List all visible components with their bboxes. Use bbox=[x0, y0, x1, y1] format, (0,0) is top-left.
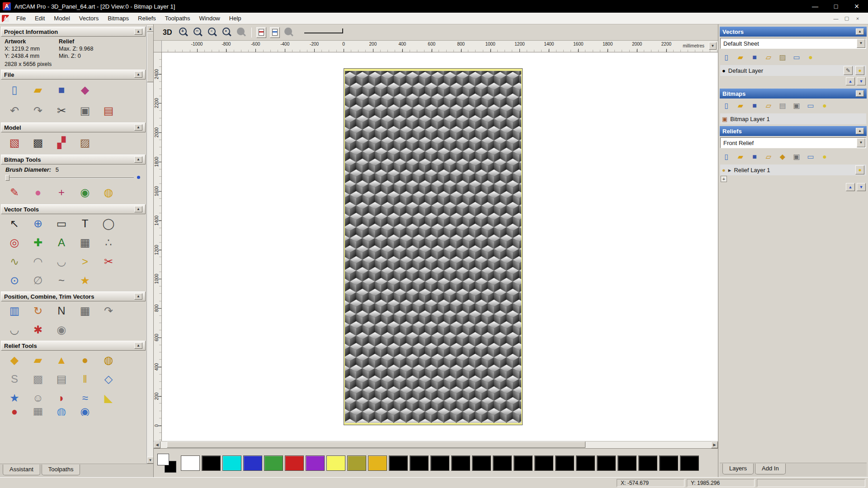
3d-view-button[interactable]: 3D bbox=[160, 28, 175, 38]
maximize-button[interactable]: □ bbox=[827, 1, 844, 11]
menu-window[interactable]: Window bbox=[195, 13, 225, 23]
swirl-relief-icon[interactable]: ◉ bbox=[76, 408, 94, 416]
create-text-icon[interactable]: T bbox=[76, 216, 94, 232]
palette-swatch[interactable] bbox=[472, 455, 491, 471]
sculpt-relief-icon[interactable]: ◆ bbox=[5, 352, 24, 368]
transform-vectors-icon[interactable]: ⊕ bbox=[29, 216, 47, 232]
toggle-all-bitmaps-icon[interactable]: ● bbox=[818, 100, 831, 112]
zoom-in-icon[interactable]: + bbox=[178, 27, 189, 38]
weave-wizard-icon[interactable]: ▩ bbox=[29, 371, 47, 387]
delete-relief-layer-icon[interactable]: ▭ bbox=[804, 151, 817, 163]
flood-fill-icon[interactable]: ◍ bbox=[99, 184, 118, 201]
texture-relief-icon[interactable]: ◍ bbox=[99, 352, 118, 368]
zoom-out-icon[interactable]: − bbox=[193, 27, 203, 38]
save-relief-layer-icon[interactable]: ■ bbox=[748, 151, 761, 163]
create-curve-icon[interactable]: ◡ bbox=[52, 253, 71, 270]
primary-color-swatch[interactable] bbox=[157, 454, 169, 465]
new-bitmap-layer-icon[interactable]: ▯ bbox=[720, 100, 733, 112]
dome-relief-icon[interactable]: ◍ bbox=[52, 408, 71, 416]
collapse-section-icon[interactable]: ▲ bbox=[856, 28, 864, 35]
import-model-icon[interactable]: ◆ bbox=[76, 82, 94, 98]
palette-icon[interactable]: ◉ bbox=[76, 184, 94, 201]
section-header-model[interactable]: Model ▲ bbox=[1, 122, 146, 132]
save-model-icon[interactable]: ■ bbox=[52, 82, 71, 98]
menu-reliefs[interactable]: Reliefs bbox=[133, 13, 160, 23]
paste-along-curve-icon[interactable]: ▦ bbox=[76, 235, 94, 251]
palette-swatch[interactable] bbox=[389, 455, 408, 471]
fit-curve-icon[interactable]: ~ bbox=[52, 272, 71, 289]
dropdown-arrow-icon[interactable]: ▼ bbox=[857, 138, 865, 147]
free-polyline-icon[interactable]: > bbox=[76, 253, 94, 270]
new-vector-layer-icon[interactable]: ▯ bbox=[720, 52, 733, 63]
cut-icon[interactable]: ✂ bbox=[52, 103, 71, 119]
line-width-preview[interactable] bbox=[304, 28, 348, 38]
create-dot-pattern-icon[interactable]: ∴ bbox=[99, 235, 118, 251]
document-icon[interactable]: A bbox=[2, 15, 9, 22]
scrollbar-track[interactable] bbox=[160, 441, 711, 448]
block-array-icon[interactable]: ▦ bbox=[76, 303, 94, 319]
rotate-copy-icon[interactable]: ↷ bbox=[99, 303, 118, 319]
new-relief-layer-icon[interactable]: ▯ bbox=[720, 151, 733, 163]
create-arc-icon[interactable]: ◠ bbox=[29, 253, 47, 270]
undo-icon[interactable]: ↶ bbox=[5, 103, 24, 119]
dropdown-arrow-icon[interactable]: ▼ bbox=[857, 39, 865, 48]
move-layer-up-button[interactable]: ▲ bbox=[846, 183, 855, 191]
open-vector-layer-icon[interactable]: ▰ bbox=[734, 52, 747, 63]
palette-swatch[interactable] bbox=[326, 455, 345, 471]
palette-swatch[interactable] bbox=[451, 455, 470, 471]
menu-help[interactable]: Help bbox=[225, 13, 246, 23]
toggle-all-vectors-icon[interactable]: ● bbox=[804, 52, 817, 63]
export-vectors-icon[interactable]: ▨ bbox=[776, 52, 789, 63]
minimize-button[interactable]: — bbox=[807, 1, 824, 11]
texture-flow-icon[interactable]: ≈ bbox=[76, 390, 94, 406]
tab-add-in[interactable]: Add In bbox=[755, 464, 786, 474]
copy-icon[interactable]: ▣ bbox=[76, 103, 94, 119]
close-button[interactable]: × bbox=[848, 1, 865, 11]
section-header-bitmaps[interactable]: Bitmaps ▲ bbox=[720, 89, 867, 99]
model-2d-view[interactable] bbox=[344, 68, 523, 425]
section-header-reliefs[interactable]: Reliefs ▲ bbox=[720, 126, 867, 136]
menu-toolpaths[interactable]: Toolpaths bbox=[160, 13, 195, 23]
menu-vectors[interactable]: Vectors bbox=[75, 13, 103, 23]
load-bitmap-icon[interactable]: ▨ bbox=[76, 135, 94, 151]
palette-swatch[interactable] bbox=[202, 455, 221, 471]
relief-from-image-icon[interactable]: ▦ bbox=[29, 408, 47, 416]
menu-model[interactable]: Model bbox=[49, 13, 74, 23]
import-relief-icon[interactable]: ▱ bbox=[762, 151, 775, 163]
import-vectors-icon[interactable]: ▱ bbox=[762, 52, 775, 63]
scroll-right-button[interactable]: ▶ bbox=[711, 441, 718, 448]
zoom-scale-icon[interactable]: 1 bbox=[236, 27, 247, 38]
new-model-icon[interactable]: ▯ bbox=[5, 82, 24, 98]
palette-swatch[interactable] bbox=[306, 455, 325, 471]
palette-swatch[interactable] bbox=[368, 455, 387, 471]
zoom-window-icon[interactable]: ▫ bbox=[207, 27, 218, 38]
scroll-down-button[interactable]: ▼ bbox=[147, 457, 153, 464]
snap-toggle-icon[interactable]: ◎ bbox=[5, 235, 24, 251]
sheet-selector[interactable]: Default Sheet ▼ bbox=[720, 38, 866, 49]
horizontal-scrollbar[interactable]: ◀ ▶ bbox=[154, 441, 718, 448]
collapse-section-icon[interactable]: ▲ bbox=[134, 71, 142, 78]
create-rectangle-icon[interactable]: ▭ bbox=[52, 216, 71, 232]
menu-edit[interactable]: Edit bbox=[30, 13, 49, 23]
scroll-left-button[interactable]: ◀ bbox=[154, 441, 160, 448]
scrollbar-thumb[interactable] bbox=[147, 33, 153, 82]
star-wizard-icon[interactable]: ★ bbox=[5, 390, 24, 406]
palette-swatch[interactable] bbox=[493, 455, 512, 471]
mdi-restore-button[interactable]: ▢ bbox=[842, 14, 852, 23]
palette-swatch[interactable] bbox=[222, 455, 241, 471]
open-bitmap-layer-icon[interactable]: ▰ bbox=[734, 100, 747, 112]
palette-swatch[interactable] bbox=[534, 455, 553, 471]
fit-text-to-curve-icon[interactable]: ◡ bbox=[5, 322, 24, 338]
section-header-vector-tools[interactable]: Vector Tools ▲ bbox=[1, 204, 146, 214]
adjust-model-icon[interactable]: ▩ bbox=[29, 135, 47, 151]
vector-layer-item[interactable]: ● Default Layer ✎ ● bbox=[720, 65, 866, 76]
scrollbar-thumb[interactable] bbox=[167, 441, 585, 448]
model-tools-icon[interactable]: ▞ bbox=[52, 135, 71, 151]
measure-icon[interactable]: ∅ bbox=[29, 272, 47, 289]
palette-swatch[interactable] bbox=[514, 455, 533, 471]
palette-swatch[interactable] bbox=[659, 455, 678, 471]
palette-swatch[interactable] bbox=[347, 455, 366, 471]
vector-visibility-toggle[interactable] bbox=[270, 27, 280, 38]
tab-toolpaths[interactable]: Toolpaths bbox=[42, 465, 80, 475]
tab-assistant[interactable]: Assistant bbox=[3, 465, 40, 475]
